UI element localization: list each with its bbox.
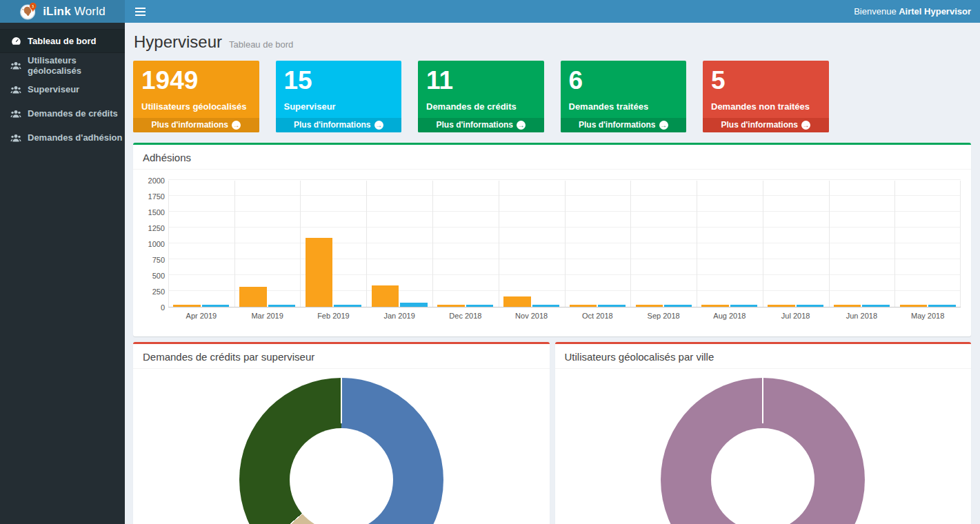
svg-text:$: $ [32,4,34,8]
bar-orange [372,285,399,307]
credits-donut [239,378,443,524]
sidebar-item-demandes-de-credits[interactable]: Demandes de crédits [0,101,125,125]
user-menu[interactable]: Bienvenue Airtel Hypervisor [845,6,980,17]
bar-group-feb-2019 [301,181,367,307]
stat-card-inner: 15Superviseur [276,61,402,112]
x-axis-tick-label: Apr 2019 [186,312,217,320]
bar-orange [570,305,597,307]
stat-card-more-link[interactable]: Plus d'informations→ [703,118,829,132]
topbar: $ iLink World Bienvenue Airtel Hyperviso… [0,0,980,23]
y-axis-tick-label: 1750 [141,192,165,201]
stat-card-value: 5 [711,66,821,96]
dashboard-icon [10,37,21,46]
hamburger-icon[interactable] [125,0,155,23]
more-link-label: Plus d'informations [294,118,371,132]
stat-card-inner: 5Demandes non traitées [703,61,829,112]
credits-by-supervisor-box: Demandes de crédits par superviseur [133,342,550,524]
stat-card-more-link[interactable]: Plus d'informations→ [133,118,259,132]
page-subtitle: Tableau de bord [229,39,293,50]
stat-card-superviseur: 15SuperviseurPlus d'informations→ [276,61,402,132]
more-link-label: Plus d'informations [579,118,656,132]
stat-card-more-link[interactable]: Plus d'informations→ [561,118,687,132]
bar-cyan [928,305,955,307]
donut-hole [290,428,393,524]
users-icon [10,61,21,70]
stat-card-value: 15 [284,66,394,96]
bar-cyan [268,305,295,307]
globe-pin-logo-icon: $ [19,2,38,21]
stat-card-more-link[interactable]: Plus d'informations→ [276,118,402,132]
arrow-circle-right-icon: → [801,121,810,130]
bar-cyan [202,305,229,307]
bar-group-apr-2019 [168,181,234,307]
bar-cyan [797,305,823,307]
bar-orange [834,305,861,307]
donut-row: Demandes de crédits par superviseur Util… [133,342,971,524]
y-axis-tick-label: 1500 [141,208,165,216]
stat-card-demandes-non-traitees: 5Demandes non traitéesPlus d'information… [703,61,829,132]
main-content: Hyperviseur Tableau de bord 1949Utilisat… [125,23,980,524]
users-icon [10,134,21,142]
donut-hole [711,428,814,524]
y-axis-tick-label: 750 [141,256,165,264]
bar-orange [900,305,927,307]
arrow-circle-right-icon: → [374,121,383,130]
x-axis-tick-label: Jan 2019 [383,312,414,320]
sidebar-item-label: Demandes d'adhésion [28,132,122,143]
bar-cyan [598,305,625,307]
bar-group-aug-2018 [697,181,763,307]
brand-name: iLink World [43,5,106,19]
stat-card-value: 1949 [141,66,251,96]
bar-group-jul-2018 [763,181,829,307]
bar-cyan [466,305,493,307]
bar-orange [768,305,794,307]
stat-card-value: 6 [569,66,679,96]
bar-orange [503,296,530,307]
bar-orange [701,305,728,307]
credits-by-supervisor-chart [133,369,550,524]
x-axis-tick-label: Oct 2018 [582,312,613,320]
stat-card-demandes-traitees: 6Demandes traitéesPlus d'informations→ [561,61,687,132]
x-axis-tick-label: Jul 2018 [781,312,810,320]
bar-orange [239,287,266,307]
stat-card-label: Superviseur [284,101,394,112]
stat-card-inner: 11Demandes de crédits [418,61,544,112]
bar-orange [636,305,663,307]
sidebar-item-label: Utilisateurs géolocalisés [28,55,125,76]
sidebar-item-demandes-d-adhesion[interactable]: Demandes d'adhésion [0,125,125,150]
sidebar-item-superviseur[interactable]: Superviseur [0,77,125,101]
arrow-circle-right-icon: → [659,121,668,130]
x-axis-tick-label: Feb 2019 [317,312,349,320]
stat-card-inner: 1949Utilisateurs géolocalisés [133,61,259,112]
dashboard-app: $ iLink World Bienvenue Airtel Hyperviso… [0,0,980,524]
y-axis-tick-label: 250 [141,288,165,296]
bar-orange [173,305,200,307]
x-axis-tick-label: Aug 2018 [713,312,746,320]
users-by-city-box: Utilisateurs géolocalisés par ville [555,342,972,524]
users-icon [10,110,21,118]
more-link-label: Plus d'informations [721,118,798,132]
adhesions-box-title: Adhésions [133,145,971,170]
bar-group-mar-2019 [234,181,301,307]
bar-cyan [400,303,427,307]
stat-card-more-link[interactable]: Plus d'informations→ [418,118,544,132]
welcome-text: Bienvenue [854,6,899,17]
x-axis-tick-label: Dec 2018 [449,312,481,320]
bar-orange [437,305,464,307]
sidebar-item-tableau-de-bord[interactable]: Tableau de bord [0,29,125,53]
stat-card-utilisateurs-geolocalises: 1949Utilisateurs géolocalisésPlus d'info… [133,61,259,132]
users-donut [661,378,865,524]
y-axis-tick-label: 1250 [141,224,165,232]
brand-logo[interactable]: $ iLink World [0,0,125,23]
users-by-city-title: Utilisateurs géolocalisés par ville [555,344,972,369]
sidebar: Tableau de bordUtilisateurs géolocalisés… [0,23,125,524]
sidebar-item-utilisateurs-geolocalises[interactable]: Utilisateurs géolocalisés [0,53,125,77]
stat-card-label: Demandes traitées [569,101,679,112]
bar-group-dec-2018 [432,181,499,307]
sidebar-item-label: Tableau de bord [28,36,96,46]
stat-card-label: Demandes non traitées [711,101,821,112]
bar-chart-plot-area [168,181,961,308]
bar-group-may-2018 [894,181,961,307]
users-icon [10,85,21,94]
arrow-circle-right-icon: → [232,121,241,130]
